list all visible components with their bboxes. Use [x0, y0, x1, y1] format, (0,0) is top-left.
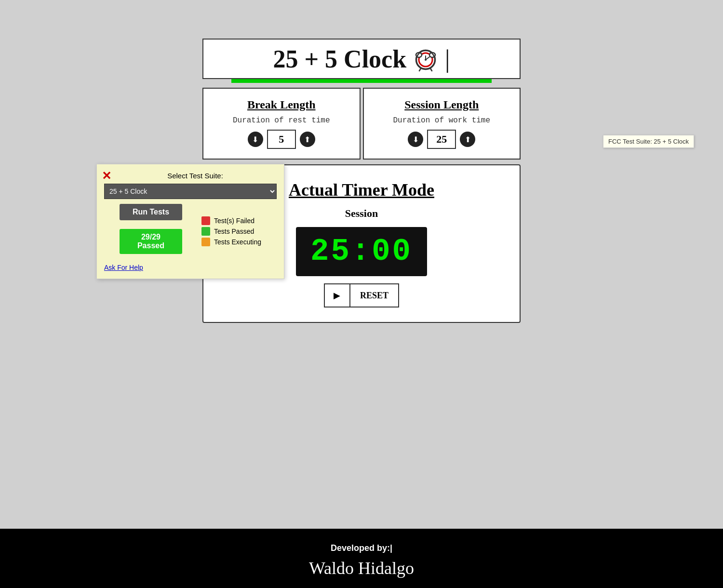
- timer-display: 25:00: [296, 227, 427, 276]
- passed-label: Tests Passed: [214, 227, 254, 235]
- test-suite-select[interactable]: 25 + 5 Clock: [104, 184, 277, 199]
- executing-dot: [201, 238, 210, 246]
- legend-passed: Tests Passed: [201, 227, 261, 236]
- svg-line-5: [430, 68, 432, 71]
- timer-mode-title: Actual Timer Mode: [289, 180, 434, 200]
- legend-failed: Test(s) Failed: [201, 216, 261, 225]
- break-desc: Duration of rest time: [233, 116, 330, 125]
- ask-for-help-button[interactable]: Ask For Help: [104, 264, 143, 271]
- failed-dot: [201, 216, 210, 225]
- developed-by-text: Developed by:|: [331, 543, 392, 553]
- break-control-row: ⬇ 5 ⬆: [248, 130, 315, 149]
- legend-executing: Tests Executing: [201, 238, 261, 246]
- run-tests-button[interactable]: Run Tests: [120, 204, 182, 220]
- session-value: 25: [427, 130, 456, 149]
- session-length-box: Session Length Duration of work time ⬇ 2…: [363, 88, 521, 160]
- legend: Test(s) Failed Tests Passed Tests Execut…: [192, 216, 261, 246]
- session-increment-button[interactable]: ⬆: [460, 132, 475, 147]
- timer-controls-row: ▶ RESET: [324, 283, 399, 307]
- select-suite-label: Select Test Suite:: [114, 172, 277, 180]
- title-cursor: |: [445, 45, 450, 73]
- passed-button[interactable]: 29/29 Passed: [120, 229, 182, 254]
- title-box: 25 + 5 Clock |: [202, 39, 521, 79]
- svg-point-9: [425, 59, 427, 61]
- break-increment-button[interactable]: ⬆: [300, 132, 315, 147]
- break-decrement-button[interactable]: ⬇: [248, 132, 263, 147]
- app-title: 25 + 5 Clock: [273, 45, 406, 73]
- executing-label: Tests Executing: [214, 238, 261, 246]
- session-decrement-button[interactable]: ⬇: [408, 132, 423, 147]
- session-desc: Duration of work time: [393, 116, 490, 125]
- failed-label: Test(s) Failed: [214, 217, 254, 225]
- svg-line-4: [419, 68, 421, 71]
- close-panel-button[interactable]: ✕: [102, 169, 111, 183]
- footer: Developed by:| Waldo Hidalgo: [0, 529, 723, 588]
- controls-row: Break Length Duration of rest time ⬇ 5 ⬆…: [202, 88, 521, 160]
- timer-session-label: Session: [345, 207, 378, 220]
- progress-bar: [231, 79, 492, 83]
- session-title: Session Length: [404, 98, 479, 111]
- main-content: 25 + 5 Clock | Break Length Duratio: [202, 39, 521, 323]
- signature-text: Waldo Hidalgo: [309, 558, 414, 578]
- alarm-clock-icon: [411, 44, 440, 73]
- break-value: 5: [267, 130, 296, 149]
- break-length-box: Break Length Duration of rest time ⬇ 5 ⬆: [202, 88, 361, 160]
- session-control-row: ⬇ 25 ⬆: [408, 130, 475, 149]
- break-title: Break Length: [247, 98, 316, 111]
- test-panel: ✕ Select Test Suite: 25 + 5 Clock Run Te…: [96, 164, 284, 279]
- reset-button[interactable]: RESET: [350, 283, 399, 307]
- fcc-tooltip: FCC Test Suite: 25 + 5 Clock: [603, 135, 694, 148]
- passed-dot: [201, 227, 210, 236]
- play-pause-button[interactable]: ▶: [324, 283, 350, 307]
